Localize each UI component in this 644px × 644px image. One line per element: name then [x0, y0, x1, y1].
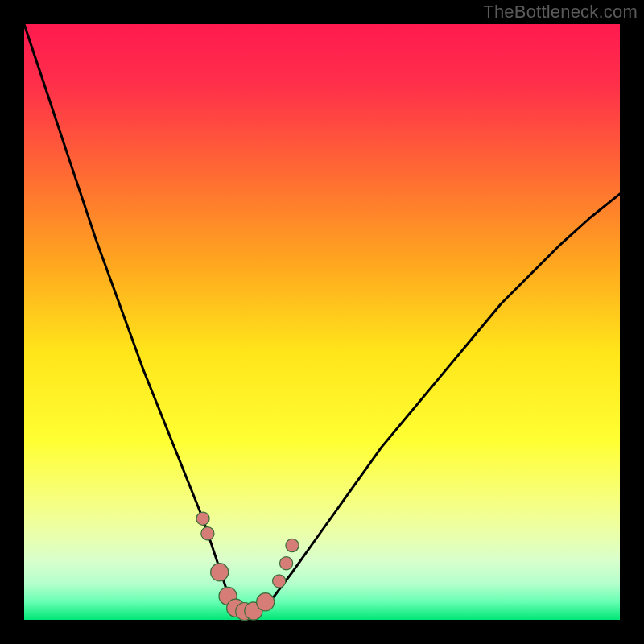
chart-svg: [0, 0, 644, 644]
curve-marker: [286, 539, 299, 551]
curve-marker: [273, 575, 286, 588]
curve-marker: [280, 557, 293, 570]
chart-frame: TheBottleneck.com: [0, 0, 644, 644]
curve-marker: [257, 593, 275, 611]
curve-marker: [201, 527, 214, 540]
curve-marker: [196, 512, 209, 525]
curve-marker: [211, 564, 229, 581]
